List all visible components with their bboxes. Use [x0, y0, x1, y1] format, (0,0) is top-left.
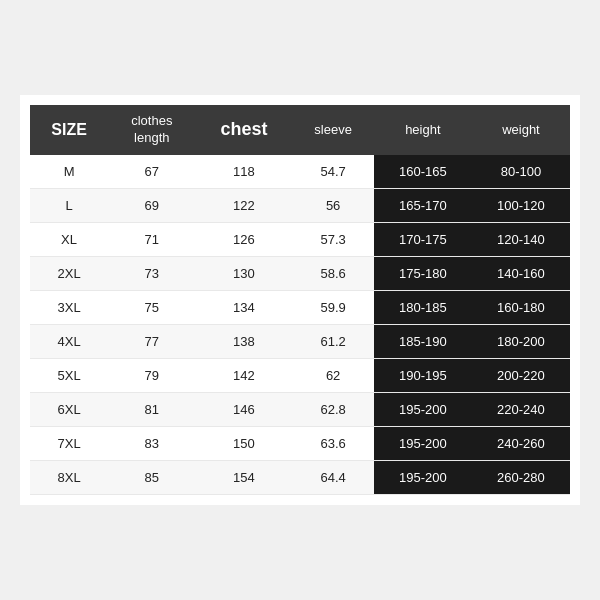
cell-size: 7XL	[30, 426, 108, 460]
cell-chest: 130	[195, 256, 292, 290]
cell-chest: 154	[195, 460, 292, 494]
cell-size: 6XL	[30, 392, 108, 426]
cell-height: 185-190	[374, 324, 472, 358]
cell-chest: 134	[195, 290, 292, 324]
cell-chest: 126	[195, 222, 292, 256]
cell-height: 195-200	[374, 426, 472, 460]
cell-sleeve: 56	[292, 188, 373, 222]
cell-size: M	[30, 155, 108, 189]
size-chart: SIZE clothes length chest sleeve height …	[20, 95, 580, 505]
table-row: 8XL8515464.4195-200260-280	[30, 460, 570, 494]
cell-height: 195-200	[374, 460, 472, 494]
cell-size: 4XL	[30, 324, 108, 358]
cell-chest: 118	[195, 155, 292, 189]
table-body: M6711854.7160-16580-100L6912256165-17010…	[30, 155, 570, 495]
cell-size: L	[30, 188, 108, 222]
cell-chest: 142	[195, 358, 292, 392]
header-height: height	[374, 105, 472, 155]
cell-length: 71	[108, 222, 195, 256]
cell-size: 3XL	[30, 290, 108, 324]
cell-height: 165-170	[374, 188, 472, 222]
cell-sleeve: 59.9	[292, 290, 373, 324]
cell-sleeve: 54.7	[292, 155, 373, 189]
size-table: SIZE clothes length chest sleeve height …	[30, 105, 570, 495]
cell-length: 83	[108, 426, 195, 460]
table-row: 4XL7713861.2185-190180-200	[30, 324, 570, 358]
cell-height: 190-195	[374, 358, 472, 392]
header-chest: chest	[195, 105, 292, 155]
cell-size: 5XL	[30, 358, 108, 392]
header-size: SIZE	[30, 105, 108, 155]
table-row: 5XL7914262190-195200-220	[30, 358, 570, 392]
cell-height: 160-165	[374, 155, 472, 189]
cell-sleeve: 61.2	[292, 324, 373, 358]
header-length: clothes length	[108, 105, 195, 155]
cell-length: 85	[108, 460, 195, 494]
cell-length: 77	[108, 324, 195, 358]
cell-length: 79	[108, 358, 195, 392]
table-row: 6XL8114662.8195-200220-240	[30, 392, 570, 426]
cell-length: 75	[108, 290, 195, 324]
cell-weight: 160-180	[472, 290, 570, 324]
header-sleeve: sleeve	[292, 105, 373, 155]
cell-sleeve: 58.6	[292, 256, 373, 290]
cell-length: 69	[108, 188, 195, 222]
cell-height: 175-180	[374, 256, 472, 290]
cell-sleeve: 64.4	[292, 460, 373, 494]
cell-weight: 220-240	[472, 392, 570, 426]
table-row: XL7112657.3170-175120-140	[30, 222, 570, 256]
table-row: 7XL8315063.6195-200240-260	[30, 426, 570, 460]
cell-weight: 100-120	[472, 188, 570, 222]
cell-height: 195-200	[374, 392, 472, 426]
cell-weight: 180-200	[472, 324, 570, 358]
cell-weight: 120-140	[472, 222, 570, 256]
cell-size: 8XL	[30, 460, 108, 494]
table-row: 2XL7313058.6175-180140-160	[30, 256, 570, 290]
cell-size: 2XL	[30, 256, 108, 290]
cell-chest: 138	[195, 324, 292, 358]
cell-weight: 260-280	[472, 460, 570, 494]
header-weight: weight	[472, 105, 570, 155]
cell-weight: 200-220	[472, 358, 570, 392]
cell-sleeve: 63.6	[292, 426, 373, 460]
table-row: L6912256165-170100-120	[30, 188, 570, 222]
cell-weight: 240-260	[472, 426, 570, 460]
cell-sleeve: 62.8	[292, 392, 373, 426]
cell-chest: 150	[195, 426, 292, 460]
table-row: M6711854.7160-16580-100	[30, 155, 570, 189]
cell-chest: 122	[195, 188, 292, 222]
cell-height: 170-175	[374, 222, 472, 256]
cell-height: 180-185	[374, 290, 472, 324]
cell-sleeve: 57.3	[292, 222, 373, 256]
cell-size: XL	[30, 222, 108, 256]
cell-length: 81	[108, 392, 195, 426]
table-row: 3XL7513459.9180-185160-180	[30, 290, 570, 324]
cell-length: 73	[108, 256, 195, 290]
cell-sleeve: 62	[292, 358, 373, 392]
cell-length: 67	[108, 155, 195, 189]
cell-weight: 80-100	[472, 155, 570, 189]
table-header-row: SIZE clothes length chest sleeve height …	[30, 105, 570, 155]
cell-chest: 146	[195, 392, 292, 426]
cell-weight: 140-160	[472, 256, 570, 290]
